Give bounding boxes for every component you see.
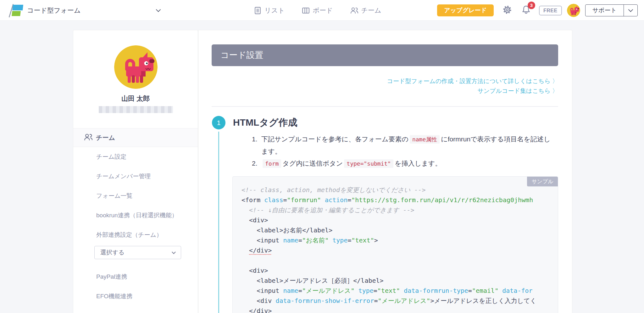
app-title: コード型フォーム xyxy=(27,0,80,21)
team-icon xyxy=(350,6,358,15)
code-lines: <!-- class, action, methodを変更しないでください --… xyxy=(233,177,558,313)
step-title: HTMLタグ作成 xyxy=(233,116,297,129)
sidebar-item-external-integration[interactable]: 外部連携設定（チーム） xyxy=(73,225,198,245)
sidebar-item-team-settings[interactable]: チーム設定 xyxy=(73,147,198,167)
sidebar-section-team[interactable]: チーム xyxy=(73,128,198,147)
code-line xyxy=(242,255,558,265)
help-link-samples[interactable]: サンプルコード集はこちら 〉 xyxy=(212,86,558,96)
instruction-item: 1.下記サンプルコードを参考に、各フォーム要素のname属性にformrunで表… xyxy=(252,133,554,157)
notification-badge: 3 xyxy=(528,2,535,9)
code-line: <input name="メールアドレス" type="text" data-f… xyxy=(242,286,558,296)
nav-item-team[interactable]: チーム xyxy=(350,6,381,15)
support-button[interactable]: サポート xyxy=(585,4,638,16)
sidebar-item-efo[interactable]: EFO機能連携 xyxy=(73,287,198,306)
step-number-badge: 1 xyxy=(212,116,225,129)
nav-item-board[interactable]: ボード xyxy=(302,6,333,15)
code-line: <label>お名前</label> xyxy=(242,225,558,235)
redacted-email xyxy=(99,106,173,113)
code-line: <label>メールアドレス［必須］</label> xyxy=(242,276,558,286)
help-link-docs[interactable]: コード型フォームの作成・設置方法について詳しくはこちら 〉 xyxy=(212,76,558,86)
code-line: <input name="お名前" type="text"> xyxy=(242,235,558,245)
page-body: 山田 太郎 チーム チーム設定 チームメンバー管理 フォーム一覧 bookrun… xyxy=(0,21,644,313)
sidebar-item-bookrun[interactable]: bookrun連携（日程選択機能） xyxy=(73,206,198,225)
list-icon xyxy=(253,6,262,15)
help-links: コード型フォームの作成・設置方法について詳しくはこちら 〉 サンプルコード集はこ… xyxy=(212,76,558,96)
main-content: コード設置 コード型フォームの作成・設置方法について詳しくはこちら 〉 サンプル… xyxy=(198,30,572,313)
avatar[interactable] xyxy=(567,4,580,17)
nav-item-label: ボード xyxy=(313,6,333,15)
select-chevron-down-icon xyxy=(172,250,176,254)
support-chevron-down-icon[interactable] xyxy=(624,4,637,16)
code-line: <div> xyxy=(242,215,558,225)
code-line: </div> xyxy=(242,306,558,313)
section-divider xyxy=(212,106,558,107)
gear-icon xyxy=(502,4,513,16)
nav-item-list[interactable]: リスト xyxy=(253,6,285,15)
sidebar-section-label: チーム xyxy=(96,134,115,142)
code-line: <div data-formrun-show-if-error="メールアドレス… xyxy=(242,296,558,306)
formrun-logo-icon[interactable] xyxy=(6,3,23,18)
sidebar-menu: チーム設定 チームメンバー管理 フォーム一覧 bookrun連携（日程選択機能）… xyxy=(73,147,198,306)
step-connector-line xyxy=(218,132,219,313)
support-label: サポート xyxy=(586,6,624,14)
sidebar-item-team-members[interactable]: チームメンバー管理 xyxy=(73,167,198,186)
navbar-right: アップグレード 3 FREE サポート xyxy=(437,0,638,21)
instruction-list: 1.下記サンプルコードを参考に、各フォーム要素のname属性にformrunで表… xyxy=(252,133,554,170)
code-line: <div> xyxy=(242,265,558,276)
code-line: <!-- ↓自由に要素を追加・編集することができます --> xyxy=(242,205,558,215)
select-value: 選択する xyxy=(100,248,125,257)
code-line: <form class="formrun" action="https://st… xyxy=(242,195,558,205)
sample-code-block[interactable]: サンプル <!-- class, action, methodを変更しないでくだ… xyxy=(232,176,558,313)
notifications-button[interactable]: 3 xyxy=(521,4,531,16)
dog-avatar xyxy=(114,45,158,89)
code-line: <!-- class, action, methodを変更しないでください --… xyxy=(242,185,558,195)
sidebar-item-paypal[interactable]: PayPal連携 xyxy=(73,267,198,287)
page-title: コード設置 xyxy=(212,44,558,66)
sidebar-item-form-list[interactable]: フォーム一覧 xyxy=(73,186,198,206)
user-name: 山田 太郎 xyxy=(73,94,198,103)
code-line: </div> xyxy=(242,245,558,255)
sidebar: 山田 太郎 チーム チーム設定 チームメンバー管理 フォーム一覧 bookrun… xyxy=(73,30,198,313)
title-chevron-down-icon[interactable] xyxy=(156,7,161,12)
team-icon xyxy=(83,132,93,143)
nav-item-label: チーム xyxy=(361,6,381,15)
instruction-item: 2.formタグ内に送信ボタンtype="submit"を挿入します。 xyxy=(252,157,554,170)
integration-select[interactable]: 選択する xyxy=(94,246,181,259)
nav-item-label: リスト xyxy=(264,6,285,15)
sample-badge: サンプル xyxy=(527,177,558,186)
plan-badge: FREE xyxy=(539,6,562,15)
settings-button[interactable] xyxy=(502,4,513,16)
main-nav: リスト ボード チーム xyxy=(253,0,381,21)
top-navbar: コード型フォーム リスト ボード チーム アップグレード xyxy=(0,0,644,21)
board-icon xyxy=(302,6,310,15)
upgrade-button[interactable]: アップグレード xyxy=(437,4,494,16)
